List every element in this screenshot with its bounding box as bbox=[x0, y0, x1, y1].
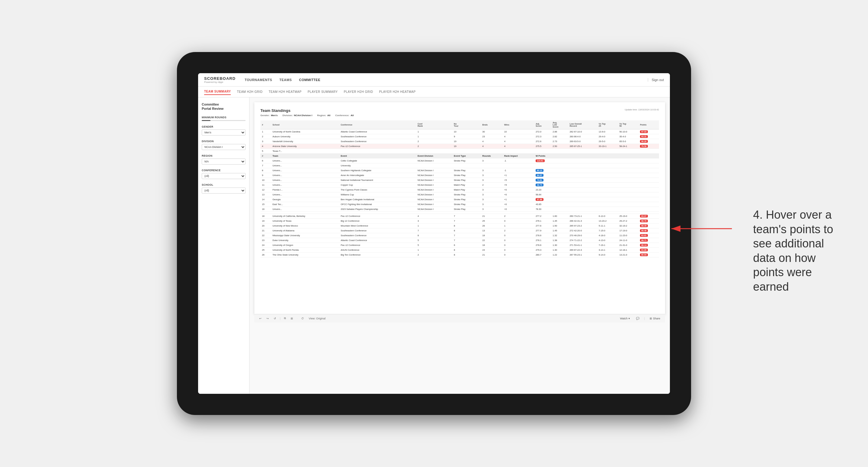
table-row[interactable]: 20 University of New Mexico Mountain Wes… bbox=[260, 223, 659, 228]
expanded-row[interactable]: 12 Florida I... The Cypress Point Classi… bbox=[260, 188, 659, 192]
clock-button[interactable]: ⏱ bbox=[300, 316, 305, 321]
expanded-row[interactable]: 14 Georgia Ben Hogan Collegiate Invitati… bbox=[260, 197, 659, 202]
reset-button[interactable]: ↺ bbox=[273, 316, 277, 321]
row-low-overall: 262 67-10-0 bbox=[568, 129, 597, 134]
slider-fill bbox=[202, 120, 211, 121]
paste-button[interactable]: ⊞ bbox=[289, 316, 294, 321]
sidebar-gender-select[interactable]: Men's Women's All bbox=[202, 129, 246, 135]
tab-team-h2h-grid[interactable]: TEAM H2H GRID bbox=[237, 89, 262, 95]
tab-player-summary[interactable]: PLAYER SUMMARY bbox=[308, 89, 338, 95]
expanded-row[interactable]: 9 Univers... Amer An Intercollegiate NCA… bbox=[260, 173, 659, 178]
slider-container bbox=[202, 120, 246, 121]
report-title: Team Standings bbox=[260, 108, 353, 113]
annotation-text: 4. Hover over a team's points to see add… bbox=[753, 208, 844, 294]
expanded-row[interactable]: 15 East Tec... OFCC Fighting Illini Invi… bbox=[260, 202, 659, 207]
annotation-container: 4. Hover over a team's points to see add… bbox=[753, 208, 844, 294]
row-school: Arizona State University bbox=[271, 144, 339, 149]
row-no-tour: 9 bbox=[453, 134, 481, 139]
row-avg-low: 2.86 bbox=[551, 129, 568, 134]
table-row[interactable]: 26 The Ohio State University Big Ten Con… bbox=[260, 253, 659, 257]
expanded-row[interactable]: 7 Univers... University bbox=[260, 163, 659, 168]
tab-player-h2h-heatmap[interactable]: PLAYER H2H HEATMAP bbox=[379, 89, 415, 95]
row-vs50: 58-24-1 bbox=[618, 144, 639, 149]
tab-team-summary[interactable]: TEAM SUMMARY bbox=[204, 89, 231, 95]
row-wins: 4 bbox=[503, 144, 534, 149]
standings-table: # School Conference ConfRank NoTour Bnds… bbox=[260, 120, 659, 257]
row-points[interactable]: 79.50 bbox=[639, 144, 659, 149]
feedback-button[interactable]: 💬 bbox=[635, 316, 641, 321]
logo-title: SCOREBOARD bbox=[204, 76, 236, 81]
view-original-button[interactable]: View: Original bbox=[308, 316, 327, 321]
row-conference: Pac-12 Conference bbox=[339, 144, 416, 149]
redo-button[interactable]: ↪ bbox=[265, 316, 270, 321]
table-row[interactable]: 24 University of Oregon Pac-12 Conferenc… bbox=[260, 243, 659, 248]
table-row[interactable]: 25 University of North Florida ASUN Conf… bbox=[260, 248, 659, 253]
sidebar-portal-title: Committee Portal Review bbox=[202, 102, 246, 111]
sidebar: Committee Portal Review Minimum Rounds G… bbox=[198, 97, 249, 394]
row-adj-score: 272.6 bbox=[534, 139, 551, 144]
expanded-row[interactable]: 10 Univers... National Invitational Tour… bbox=[260, 178, 659, 183]
row-vs50: 50-10-0 bbox=[618, 129, 639, 134]
row-bnds: 30 bbox=[481, 129, 503, 134]
expanded-row[interactable]: 13 Univers... Williams Cup NCAA Division… bbox=[260, 192, 659, 197]
nav-teams[interactable]: TEAMS bbox=[279, 77, 292, 83]
nav-tournaments[interactable]: TOURNAMENTS bbox=[245, 77, 272, 83]
row-points[interactable]: 90.20 bbox=[639, 139, 659, 144]
sidebar-conference-select[interactable]: (All) ACC Big Ten bbox=[202, 173, 246, 179]
table-row[interactable]: 1 University of North Carolina Atlantic … bbox=[260, 129, 659, 134]
table-row[interactable]: 21 University of Alabama Southeastern Co… bbox=[260, 228, 659, 233]
exp-col-rounds: Rounds bbox=[481, 154, 503, 158]
tablet-screen: SCOREBOARD Powered by clippi TOURNAMENTS… bbox=[198, 73, 670, 394]
row-num: 5 bbox=[260, 149, 271, 154]
main-content: Committee Portal Review Minimum Rounds G… bbox=[198, 97, 670, 394]
row-low-overall: 260 86-4-0 bbox=[568, 134, 597, 139]
expanded-row[interactable]: 8 Univers... Southern Highlands Collegia… bbox=[260, 168, 659, 173]
filter-division-label: Division: bbox=[282, 114, 293, 117]
sidebar-division-select[interactable]: NCAA Division I NCAA Division II All bbox=[202, 144, 246, 150]
table-row[interactable]: 3 Vanderbilt University Southeastern Con… bbox=[260, 139, 659, 144]
row-conf-rank: 2 bbox=[416, 139, 453, 144]
sign-out-button[interactable]: Sign out bbox=[648, 78, 664, 82]
row-conf-rank: 1 bbox=[416, 134, 453, 139]
row-school: University of North Carolina bbox=[271, 129, 339, 134]
sidebar-region-label: Region bbox=[202, 154, 246, 157]
row-avg-low: 2.50 bbox=[551, 144, 568, 149]
filter-conference: Conference: All bbox=[335, 114, 353, 117]
nav-committee[interactable]: COMMITTEE bbox=[299, 77, 320, 83]
tab-team-h2h-heatmap[interactable]: TEAM H2H HEATMAP bbox=[269, 89, 302, 95]
filter-region: Region: All bbox=[317, 114, 330, 117]
sidebar-region-select[interactable]: N/A East West All bbox=[202, 158, 246, 164]
expanded-row[interactable]: 6 Univers... Celtic Collegiate NCAA Divi… bbox=[260, 158, 659, 163]
row-num: 1 bbox=[260, 129, 271, 134]
copy-button[interactable]: ⧉ bbox=[283, 316, 287, 321]
expanded-row[interactable]: 11 Univers... Copper Cup NCAA Division I… bbox=[260, 183, 659, 188]
sidebar-school-select[interactable]: (All) bbox=[202, 188, 246, 194]
filter-gender-label: Gender: bbox=[260, 114, 270, 117]
spacer-row bbox=[260, 212, 659, 214]
row-wins: 10 bbox=[503, 129, 534, 134]
col-num: # bbox=[260, 120, 271, 129]
table-row[interactable]: 19 University of Texas Big 12 Conference… bbox=[260, 219, 659, 223]
row-bnds: 23 bbox=[481, 134, 503, 139]
sidebar-min-rounds: Minimum Rounds bbox=[202, 116, 246, 121]
undo-button[interactable]: ↩ bbox=[258, 316, 263, 321]
sub-nav: TEAM SUMMARY TEAM H2H GRID TEAM H2H HEAT… bbox=[198, 87, 670, 97]
row-points[interactable]: 97.03 bbox=[639, 129, 659, 134]
share-button[interactable]: ⊞ Share bbox=[648, 316, 661, 321]
row-adj-score: 272.0 bbox=[534, 129, 551, 134]
row-points[interactable]: 93.31 bbox=[639, 134, 659, 139]
watch-button[interactable]: Watch ▾ bbox=[619, 316, 631, 321]
table-row[interactable]: 18 University of California, Berkeley Pa… bbox=[260, 214, 659, 219]
tablet-shell: SCOREBOARD Powered by clippi TOURNAMENTS… bbox=[177, 52, 691, 415]
expanded-row[interactable]: 16 Univers... 2023 Sahalee Players Champ… bbox=[260, 207, 659, 212]
tab-player-h2h-grid[interactable]: PLAYER H2H GRID bbox=[344, 89, 373, 95]
table-row-highlighted[interactable]: 4 Arizona State University Pac-12 Confer… bbox=[260, 144, 659, 149]
table-row[interactable]: 2 Auburn University Southeastern Confere… bbox=[260, 134, 659, 139]
sidebar-conference: Conference (All) ACC Big Ten bbox=[202, 169, 246, 179]
row-vs25: 29-5-0 bbox=[597, 139, 618, 144]
col-vs50: Vs Top50 bbox=[618, 120, 639, 129]
table-row[interactable]: 22 Mississippi State University Southeas… bbox=[260, 233, 659, 238]
table-row[interactable]: 23 Duke University Atlantic Coast Confer… bbox=[260, 238, 659, 243]
table-row[interactable]: 5 Texas T... bbox=[260, 149, 659, 154]
col-vs25: Vs Top25 bbox=[597, 120, 618, 129]
